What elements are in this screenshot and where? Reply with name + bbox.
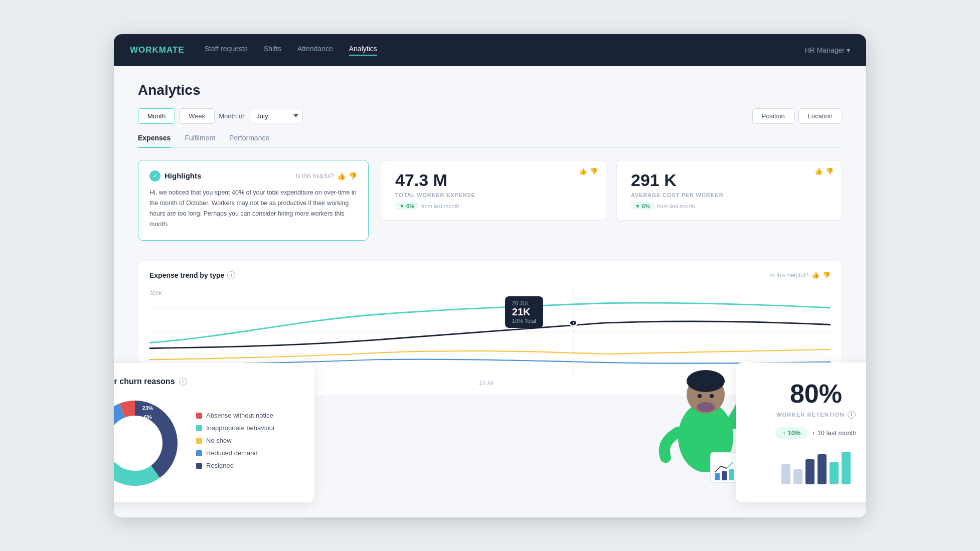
navbar: WORKMATE Staff requests Shifts Attendanc… [114,34,866,66]
bar-1 [781,464,790,484]
kpi-thumb-row-1: 👍 👎 [579,167,598,175]
bar-5 [830,462,839,484]
svg-rect-18 [722,471,727,480]
kpi2-change-text: from last month [657,203,695,209]
legend-label-4: Resigned [206,462,234,469]
helpful-label: Is this helpful? [295,172,334,179]
kpi-total-worker-expense: 👍 👎 47.3 M TOTAL WORKER EXPENSE ▼ 6% fro… [381,160,606,221]
month-filter-btn[interactable]: Month [138,108,175,124]
retention-bar-chart [756,449,866,484]
kpi1-change-row: ▼ 6% from last month [395,202,592,210]
donut-inner: 6% 23% 18% 13% 40% Absense without notic… [114,398,298,488]
highlights-icon: ✓ [149,170,160,181]
donut-svg [114,398,180,488]
pct-absense: 6% [144,414,152,420]
expense-trend-helpful: Is this helpful? 👍 👎 [770,271,831,279]
kpi1-change-text: from last month [421,203,459,209]
bar-4 [818,454,827,484]
legend-dot-3 [196,450,202,456]
top-row: ✓ Highlights Is this helpful? 👍 👎 Hi, we… [138,160,842,251]
kpi2-thumbs-up[interactable]: 👍 [814,167,823,175]
expense-thumbs-down[interactable]: 👎 [823,271,831,279]
kpi2-change-row: ▼ 6% from last month [631,202,828,210]
month-select[interactable]: July August September October [250,109,303,123]
kpi2-label: AVERAGE COST PER WORKER [631,192,828,198]
legend-label-2: No show [206,437,232,444]
svg-rect-19 [729,469,734,480]
legend-item-1: Inappropriate behaviour [196,424,298,432]
highlights-title-row: ✓ Highlights [149,170,201,181]
tab-fulfilment[interactable]: Fulfilment [185,134,215,148]
chart-tooltip: 20 JUL 21K 10% Total [505,296,543,328]
retention-change-row: ↑ 10% + 10 last month [756,427,866,439]
tab-expenses[interactable]: Expenses [138,134,171,148]
nav-analytics[interactable]: Analytics [349,45,377,56]
week-filter-btn[interactable]: Week [179,108,215,124]
filter-left: Month Week Month of: July August Septemb… [138,108,303,124]
tooltip-value: 21K [512,306,536,318]
thumbs-up-btn[interactable]: 👍 [337,172,346,180]
expense-thumbs-up[interactable]: 👍 [811,271,820,279]
highlights-text: Hi, we noticed that you spent 40% of you… [149,188,357,230]
svg-point-12 [687,370,725,392]
kpi-thumb-row-2: 👍 👎 [814,167,834,175]
pct-inappropriate: 23% [142,405,153,411]
nav-attendance[interactable]: Attendance [297,45,333,56]
expense-helpful-label: Is this helpful? [770,272,808,279]
nav-shifts[interactable]: Shifts [264,45,281,56]
nav-links: Staff requests Shifts Attendance Analyti… [205,45,785,56]
main-tabs: Expenses Fulfilment Performance [138,134,842,148]
nav-staff-requests[interactable]: Staff requests [205,45,248,56]
svg-rect-17 [715,473,720,480]
month-of-label: Month of: [219,112,246,120]
location-filter-btn[interactable]: Location [798,108,842,124]
chart-y-label: 300K [149,290,162,296]
kpi1-change-badge: ▼ 6% [395,202,418,210]
kpi1-value: 47.3 M [395,170,592,190]
expense-trend-info-icon[interactable]: i [227,271,235,279]
donut-chart-wrap: 6% 23% 18% 13% 40% [114,398,180,488]
filter-right: Position Location [752,108,842,124]
retention-sub-text: + 10 last month [811,429,856,437]
app-window: WORKMATE Staff requests Shifts Attendanc… [114,34,866,517]
page-title: Analytics [138,82,842,98]
app-logo: WORKMATE [130,45,185,55]
svg-point-22 [697,402,715,412]
legend-label-3: Reduced demand [206,449,258,457]
kpi-avg-cost-per-worker: 👍 👎 291 K AVERAGE COST PER WORKER ▼ 6% f… [616,160,842,221]
kpi2-thumbs-down[interactable]: 👎 [826,167,834,175]
legend-item-3: Reduced demand [196,449,298,457]
expense-trend-header: Expense trend by type i Is this helpful?… [149,271,831,279]
legend-item-4: Resigned [196,462,298,469]
highlights-header: ✓ Highlights Is this helpful? 👍 👎 [149,170,357,181]
donut-title-text: Worker churn reasons [114,377,175,386]
tooltip-pct: 10% Total [512,318,536,324]
retention-card: 80% WORKER RETENTION i ↑ 10% + 10 last m… [736,362,866,502]
expense-trend-title-text: Expense trend by type [149,271,224,279]
nav-user-menu[interactable]: HR Manager ▾ [805,46,850,54]
expense-trend-title: Expense trend by type i [149,271,235,279]
kpi2-change-badge: ▼ 6% [631,202,654,210]
pct-noshow: 18% [167,469,178,475]
retention-info-icon[interactable]: i [848,411,856,419]
donut-title: Worker churn reasons i [114,377,298,386]
legend-item-2: No show [196,437,298,444]
legend-dot-0 [196,413,202,419]
highlights-title: Highlights [165,171,201,180]
kpi1-label: TOTAL WORKER EXPENSE [395,192,592,198]
kpi1-thumbs-up[interactable]: 👍 [579,167,587,175]
legend-item-0: Absense without notice [196,412,298,419]
donut-info-icon[interactable]: i [179,378,187,386]
bar-3 [805,459,814,484]
kpi1-thumbs-down[interactable]: 👎 [590,167,598,175]
thumbs-down-btn[interactable]: 👎 [349,172,357,180]
month-of-wrapper: Month of: July August September October [219,109,303,123]
nav-user-label: HR Manager [805,46,845,54]
retention-label-text: WORKER RETENTION [776,412,845,418]
legend-dot-1 [196,425,202,431]
tab-performance[interactable]: Performance [229,134,269,148]
position-filter-btn[interactable]: Position [752,108,794,124]
chevron-down-icon: ▾ [847,46,850,54]
retention-value: 80% [756,381,866,407]
retention-change-badge: ↑ 10% [775,427,807,439]
